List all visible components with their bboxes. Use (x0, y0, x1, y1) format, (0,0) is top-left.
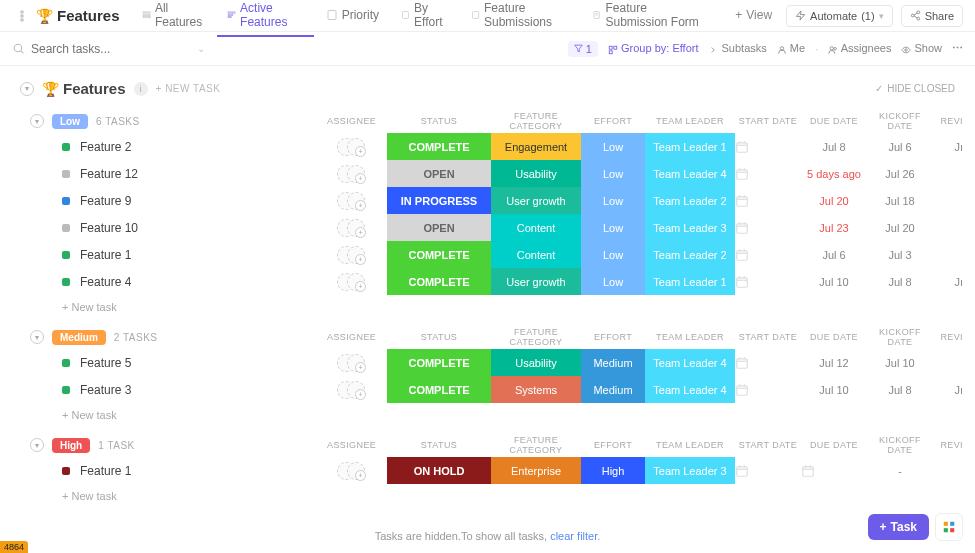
col-review[interactable]: REVI (933, 332, 963, 342)
due-date-cell[interactable]: Jul 12 (801, 357, 867, 369)
task-name[interactable]: Feature 9 (80, 194, 327, 208)
task-row[interactable]: Feature 9 IN PROGRESS User growth Low Te… (12, 187, 963, 214)
task-name[interactable]: Feature 12 (80, 167, 327, 181)
task-row[interactable]: Feature 12 OPEN Usability Low Team Leade… (12, 160, 963, 187)
kickoff-date-cell[interactable]: Jul 8 (867, 384, 933, 396)
status-cell[interactable]: COMPLETE (387, 268, 491, 295)
assignee-cell[interactable] (327, 380, 387, 400)
groupby-button[interactable]: Group by: Effort (608, 42, 699, 54)
new-task-header-button[interactable]: + NEW TASK (156, 83, 221, 94)
start-date-cell[interactable] (735, 194, 801, 208)
col-kickoff[interactable]: KICKOFF DATE (867, 435, 933, 455)
status-cell[interactable]: COMPLETE (387, 376, 491, 403)
add-assignee-icon[interactable] (347, 165, 365, 183)
col-assignee[interactable]: ASSIGNEE (327, 332, 387, 342)
review-cell[interactable]: Jı (933, 384, 963, 396)
leader-cell[interactable]: Team Leader 4 (645, 349, 735, 376)
status-square[interactable] (62, 197, 70, 205)
col-leader[interactable]: TEAM LEADER (645, 116, 735, 126)
col-kickoff[interactable]: KICKOFF DATE (867, 327, 933, 347)
add-assignee-icon[interactable] (347, 246, 365, 264)
task-name[interactable]: Feature 3 (80, 383, 327, 397)
leader-cell[interactable]: Team Leader 1 (645, 133, 735, 160)
start-date-cell[interactable] (735, 275, 801, 289)
status-square[interactable] (62, 467, 70, 475)
col-category[interactable]: FEATURE CATEGORY (491, 327, 581, 347)
search-input[interactable] (31, 42, 151, 56)
due-date-cell[interactable]: Jul 8 (801, 141, 867, 153)
effort-cell[interactable]: Low (581, 160, 645, 187)
new-task-row[interactable]: + New task (12, 403, 963, 433)
automate-button[interactable]: Automate (1) ▾ (786, 5, 893, 27)
due-date-cell[interactable]: Jul 10 (801, 276, 867, 288)
kickoff-date-cell[interactable]: Jul 20 (867, 222, 933, 234)
effort-cell[interactable]: Low (581, 268, 645, 295)
effort-cell[interactable]: Medium (581, 349, 645, 376)
due-date-cell[interactable]: Jul 10 (801, 384, 867, 396)
start-date-cell[interactable] (735, 464, 801, 478)
col-start[interactable]: START DATE (735, 440, 801, 450)
col-leader[interactable]: TEAM LEADER (645, 440, 735, 450)
new-task-row[interactable]: + New task (12, 484, 963, 514)
me-button[interactable]: Me (777, 42, 805, 54)
task-row[interactable]: Feature 10 OPEN Content Low Team Leader … (12, 214, 963, 241)
col-category[interactable]: FEATURE CATEGORY (491, 111, 581, 131)
category-cell[interactable]: Usability (491, 160, 581, 187)
status-square[interactable] (62, 386, 70, 394)
tab-priority[interactable]: Priority (316, 2, 389, 30)
review-cell[interactable]: Jı (933, 276, 963, 288)
kickoff-date-cell[interactable]: Jul 8 (867, 276, 933, 288)
category-cell[interactable]: Enterprise (491, 457, 581, 484)
add-assignee-icon[interactable] (347, 381, 365, 399)
leader-cell[interactable]: Team Leader 3 (645, 457, 735, 484)
category-cell[interactable]: Content (491, 214, 581, 241)
status-square[interactable] (62, 278, 70, 286)
kickoff-date-cell[interactable]: - (867, 465, 933, 477)
status-cell[interactable]: IN PROGRESS (387, 187, 491, 214)
task-name[interactable]: Feature 10 (80, 221, 327, 235)
assignee-cell[interactable] (327, 245, 387, 265)
leader-cell[interactable]: Team Leader 4 (645, 160, 735, 187)
col-due[interactable]: DUE DATE (801, 332, 867, 342)
col-effort[interactable]: EFFORT (581, 440, 645, 450)
leader-cell[interactable]: Team Leader 1 (645, 268, 735, 295)
task-row[interactable]: Feature 1 COMPLETE Content Low Team Lead… (12, 241, 963, 268)
subtasks-button[interactable]: Subtasks (708, 42, 766, 54)
leader-cell[interactable]: Team Leader 2 (645, 187, 735, 214)
col-effort[interactable]: EFFORT (581, 332, 645, 342)
category-cell[interactable]: Content (491, 241, 581, 268)
effort-cell[interactable]: High (581, 457, 645, 484)
add-assignee-icon[interactable] (347, 273, 365, 291)
col-assignee[interactable]: ASSIGNEE (327, 116, 387, 126)
col-status[interactable]: STATUS (387, 116, 491, 126)
due-date-cell[interactable]: Jul 23 (801, 222, 867, 234)
start-date-cell[interactable] (735, 383, 801, 397)
due-date-cell[interactable]: Jul 20 (801, 195, 867, 207)
status-cell[interactable]: ON HOLD (387, 457, 491, 484)
status-square[interactable] (62, 143, 70, 151)
assignee-cell[interactable] (327, 272, 387, 292)
share-button[interactable]: Share (901, 5, 963, 27)
group-pill-medium[interactable]: Medium (52, 330, 106, 345)
new-task-fab[interactable]: + Task (868, 514, 929, 540)
assignee-cell[interactable] (327, 191, 387, 211)
apps-grid-button[interactable] (935, 513, 963, 541)
status-cell[interactable]: COMPLETE (387, 349, 491, 376)
leader-cell[interactable]: Team Leader 2 (645, 241, 735, 268)
task-name[interactable]: Feature 1 (80, 248, 327, 262)
task-name[interactable]: Feature 4 (80, 275, 327, 289)
tab-feature-submissions[interactable]: Feature Submissions (461, 0, 580, 37)
status-cell[interactable]: OPEN (387, 214, 491, 241)
add-view-button[interactable]: + View (725, 2, 782, 30)
task-row[interactable]: Feature 1 ON HOLD Enterprise High Team L… (12, 457, 963, 484)
category-cell[interactable]: User growth (491, 268, 581, 295)
task-row[interactable]: Feature 5 COMPLETE Usability Medium Team… (12, 349, 963, 376)
assignee-cell[interactable] (327, 218, 387, 238)
kickoff-date-cell[interactable]: Jul 6 (867, 141, 933, 153)
start-date-cell[interactable] (735, 167, 801, 181)
add-assignee-icon[interactable] (347, 462, 365, 480)
start-date-cell[interactable] (735, 356, 801, 370)
effort-cell[interactable]: Low (581, 133, 645, 160)
hide-closed-toggle[interactable]: ✓ HIDE CLOSED (875, 83, 963, 94)
col-assignee[interactable]: ASSIGNEE (327, 440, 387, 450)
